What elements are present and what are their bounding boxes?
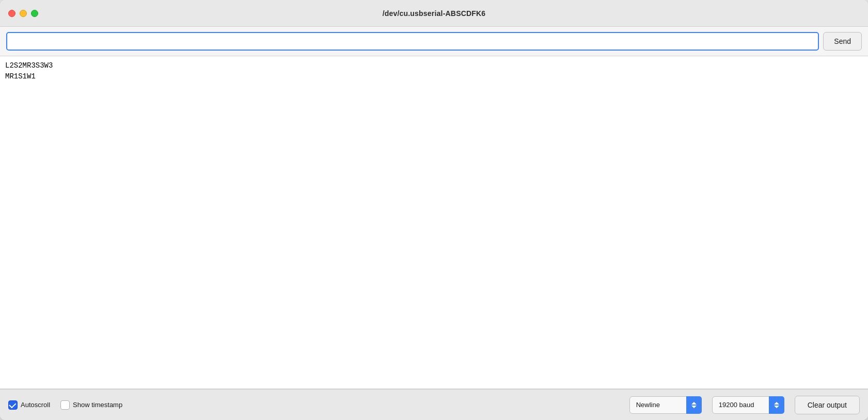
input-area: Send xyxy=(0,27,868,56)
output-line-2: MR1S1W1 xyxy=(5,71,863,82)
window-title: /dev/cu.usbserial-ABSCDFK6 xyxy=(383,9,486,18)
newline-select[interactable]: Newline No line ending Carriage return B… xyxy=(629,396,702,414)
close-button[interactable] xyxy=(8,10,15,17)
bottom-bar: Autoscroll Show timestamp Newline No lin… xyxy=(0,389,868,420)
title-bar: /dev/cu.usbserial-ABSCDFK6 xyxy=(0,0,868,27)
clear-output-button[interactable]: Clear output xyxy=(795,396,860,414)
baud-select[interactable]: 300 baud 1200 baud 2400 baud 4800 baud 9… xyxy=(712,396,784,414)
show-timestamp-checkbox[interactable] xyxy=(60,400,70,410)
baud-select-container: 300 baud 1200 baud 2400 baud 4800 baud 9… xyxy=(712,396,784,414)
newline-select-container: Newline No line ending Carriage return B… xyxy=(629,396,702,414)
output-area: L2S2MR3S3W3 MR1S1W1 xyxy=(0,56,868,389)
autoscroll-label: Autoscroll xyxy=(21,401,50,409)
autoscroll-checkbox[interactable] xyxy=(8,400,18,410)
traffic-lights xyxy=(8,10,38,17)
send-button[interactable]: Send xyxy=(823,32,862,51)
show-timestamp-group: Show timestamp xyxy=(60,400,122,410)
minimize-button[interactable] xyxy=(20,10,27,17)
autoscroll-group: Autoscroll xyxy=(8,400,50,410)
show-timestamp-label: Show timestamp xyxy=(73,401,122,409)
maximize-button[interactable] xyxy=(31,10,38,17)
output-line-1: L2S2MR3S3W3 xyxy=(5,60,863,71)
main-window: /dev/cu.usbserial-ABSCDFK6 Send L2S2MR3S… xyxy=(0,0,868,420)
command-input[interactable] xyxy=(6,32,819,51)
